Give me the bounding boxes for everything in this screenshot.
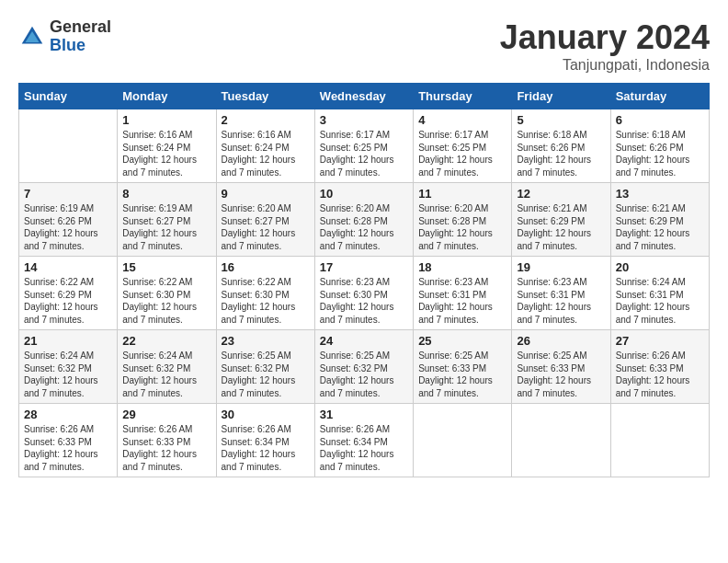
calendar-cell: 24Sunrise: 6:25 AM Sunset: 6:32 PM Dayli… [314,330,413,404]
cell-info: Sunrise: 6:25 AM Sunset: 6:32 PM Dayligh… [222,350,310,399]
calendar-cell: 9Sunrise: 6:20 AM Sunset: 6:27 PM Daylig… [216,183,314,257]
header-row: SundayMondayTuesdayWednesdayThursdayFrid… [19,84,710,109]
day-number: 6 [616,113,704,127]
calendar-table: SundayMondayTuesdayWednesdayThursdayFrid… [18,83,710,477]
calendar-cell: 1Sunrise: 6:16 AM Sunset: 6:24 PM Daylig… [118,109,216,183]
header-day-monday: Monday [118,84,216,109]
day-number: 27 [616,334,704,348]
cell-info: Sunrise: 6:20 AM Sunset: 6:28 PM Dayligh… [320,202,408,252]
day-number: 11 [418,187,506,201]
cell-info: Sunrise: 6:19 AM Sunset: 6:26 PM Dayligh… [24,202,112,252]
calendar-cell: 28Sunrise: 6:26 AM Sunset: 6:33 PM Dayli… [19,404,118,477]
calendar-cell: 8Sunrise: 6:19 AM Sunset: 6:27 PM Daylig… [118,183,216,257]
calendar-cell: 15Sunrise: 6:22 AM Sunset: 6:30 PM Dayli… [118,257,216,330]
title-block: January 2024 Tanjungpati, Indonesia [500,18,710,74]
day-number: 12 [517,187,605,201]
cell-info: Sunrise: 6:26 AM Sunset: 6:33 PM Dayligh… [122,423,210,473]
day-number: 16 [222,260,310,274]
day-number: 18 [418,260,506,274]
calendar-cell: 21Sunrise: 6:24 AM Sunset: 6:32 PM Dayli… [19,330,118,404]
header-day-tuesday: Tuesday [216,84,314,109]
day-number: 28 [24,408,112,421]
day-number: 25 [418,334,506,348]
cell-info: Sunrise: 6:24 AM Sunset: 6:31 PM Dayligh… [616,276,704,326]
cell-info: Sunrise: 6:25 AM Sunset: 6:32 PM Dayligh… [320,350,408,399]
calendar-cell [512,404,610,477]
cell-info: Sunrise: 6:17 AM Sunset: 6:25 PM Dayligh… [418,129,506,178]
calendar-header: SundayMondayTuesdayWednesdayThursdayFrid… [19,84,710,109]
cell-info: Sunrise: 6:24 AM Sunset: 6:32 PM Dayligh… [24,350,112,399]
logo: General Blue [18,18,111,55]
cell-info: Sunrise: 6:19 AM Sunset: 6:27 PM Dayligh… [122,202,210,252]
header-day-wednesday: Wednesday [314,84,413,109]
day-number: 26 [517,334,605,348]
cell-info: Sunrise: 6:18 AM Sunset: 6:26 PM Dayligh… [616,129,704,178]
calendar-week-2: 7Sunrise: 6:19 AM Sunset: 6:26 PM Daylig… [19,183,710,257]
day-number: 23 [222,334,310,348]
calendar-cell: 26Sunrise: 6:25 AM Sunset: 6:33 PM Dayli… [512,330,610,404]
calendar-cell: 23Sunrise: 6:25 AM Sunset: 6:32 PM Dayli… [216,330,314,404]
day-number: 5 [517,113,605,127]
calendar-week-5: 28Sunrise: 6:26 AM Sunset: 6:33 PM Dayli… [19,404,710,477]
calendar-cell: 20Sunrise: 6:24 AM Sunset: 6:31 PM Dayli… [610,257,709,330]
day-number: 13 [616,187,704,201]
day-number: 20 [616,260,704,274]
day-number: 19 [517,260,605,274]
header-day-thursday: Thursday [414,84,512,109]
calendar-week-3: 14Sunrise: 6:22 AM Sunset: 6:29 PM Dayli… [19,257,710,330]
calendar-cell: 19Sunrise: 6:23 AM Sunset: 6:31 PM Dayli… [512,257,610,330]
cell-info: Sunrise: 6:23 AM Sunset: 6:31 PM Dayligh… [517,276,605,326]
calendar-body: 1Sunrise: 6:16 AM Sunset: 6:24 PM Daylig… [19,109,710,477]
page-header: General Blue January 2024 Tanjungpati, I… [18,18,710,74]
calendar-cell: 18Sunrise: 6:23 AM Sunset: 6:31 PM Dayli… [414,257,512,330]
day-number: 7 [24,187,112,201]
header-day-friday: Friday [512,84,610,109]
calendar-cell: 22Sunrise: 6:24 AM Sunset: 6:32 PM Dayli… [118,330,216,404]
day-number: 15 [122,260,210,274]
cell-info: Sunrise: 6:23 AM Sunset: 6:30 PM Dayligh… [320,276,408,326]
cell-info: Sunrise: 6:26 AM Sunset: 6:34 PM Dayligh… [320,423,408,473]
day-number: 4 [418,113,506,127]
calendar-week-4: 21Sunrise: 6:24 AM Sunset: 6:32 PM Dayli… [19,330,710,404]
cell-info: Sunrise: 6:24 AM Sunset: 6:32 PM Dayligh… [122,350,210,399]
calendar-cell: 5Sunrise: 6:18 AM Sunset: 6:26 PM Daylig… [512,109,610,183]
day-number: 29 [122,408,210,421]
calendar-cell: 31Sunrise: 6:26 AM Sunset: 6:34 PM Dayli… [314,404,413,477]
cell-info: Sunrise: 6:26 AM Sunset: 6:34 PM Dayligh… [222,423,310,473]
day-number: 30 [222,408,310,421]
cell-info: Sunrise: 6:22 AM Sunset: 6:30 PM Dayligh… [222,276,310,326]
day-number: 3 [320,113,408,127]
calendar-cell [414,404,512,477]
day-number: 22 [122,334,210,348]
calendar-cell: 13Sunrise: 6:21 AM Sunset: 6:29 PM Dayli… [610,183,709,257]
cell-info: Sunrise: 6:17 AM Sunset: 6:25 PM Dayligh… [320,129,408,178]
cell-info: Sunrise: 6:23 AM Sunset: 6:31 PM Dayligh… [418,276,506,326]
day-number: 31 [320,408,408,421]
calendar-week-1: 1Sunrise: 6:16 AM Sunset: 6:24 PM Daylig… [19,109,710,183]
cell-info: Sunrise: 6:20 AM Sunset: 6:28 PM Dayligh… [418,202,506,252]
calendar-cell: 10Sunrise: 6:20 AM Sunset: 6:28 PM Dayli… [314,183,413,257]
calendar-cell: 4Sunrise: 6:17 AM Sunset: 6:25 PM Daylig… [414,109,512,183]
day-number: 8 [122,187,210,201]
logo-blue: Blue [50,37,111,55]
calendar-cell: 3Sunrise: 6:17 AM Sunset: 6:25 PM Daylig… [314,109,413,183]
cell-info: Sunrise: 6:26 AM Sunset: 6:33 PM Dayligh… [24,423,112,473]
calendar-cell: 27Sunrise: 6:26 AM Sunset: 6:33 PM Dayli… [610,330,709,404]
cell-info: Sunrise: 6:21 AM Sunset: 6:29 PM Dayligh… [616,202,704,252]
calendar-cell: 14Sunrise: 6:22 AM Sunset: 6:29 PM Dayli… [19,257,118,330]
cell-info: Sunrise: 6:22 AM Sunset: 6:30 PM Dayligh… [122,276,210,326]
calendar-cell: 11Sunrise: 6:20 AM Sunset: 6:28 PM Dayli… [414,183,512,257]
calendar-cell: 16Sunrise: 6:22 AM Sunset: 6:30 PM Dayli… [216,257,314,330]
calendar-cell [19,109,118,183]
day-number: 17 [320,260,408,274]
day-number: 14 [24,260,112,274]
calendar-cell [610,404,709,477]
cell-info: Sunrise: 6:16 AM Sunset: 6:24 PM Dayligh… [122,129,210,178]
cell-info: Sunrise: 6:25 AM Sunset: 6:33 PM Dayligh… [517,350,605,399]
calendar-cell: 17Sunrise: 6:23 AM Sunset: 6:30 PM Dayli… [314,257,413,330]
header-day-saturday: Saturday [610,84,709,109]
header-day-sunday: Sunday [19,84,118,109]
cell-info: Sunrise: 6:25 AM Sunset: 6:33 PM Dayligh… [418,350,506,399]
day-number: 1 [122,113,210,127]
calendar-cell: 7Sunrise: 6:19 AM Sunset: 6:26 PM Daylig… [19,183,118,257]
